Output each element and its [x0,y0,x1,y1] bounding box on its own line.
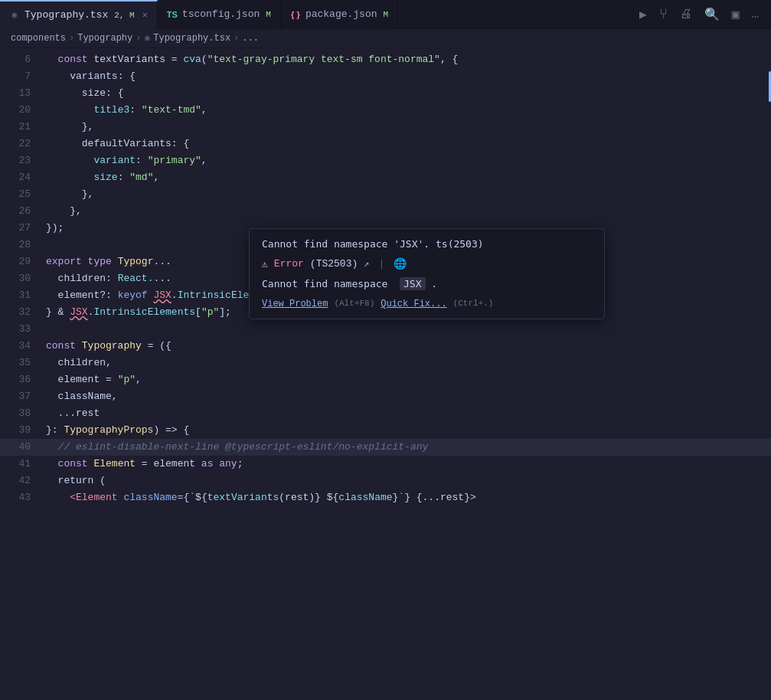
search-button[interactable]: 🔍 [701,5,723,24]
code-line: 43 <Element className={`${textVariants(r… [0,489,771,506]
code-line: 35 children, [0,355,771,371]
panel-button[interactable]: ▣ [729,5,743,24]
code-line: 36 element = "p", [0,371,771,388]
tab-badge: M [266,10,271,19]
tab-bar: ⚛ Typography.tsx 2, M ✕ TS tsconfig.json… [0,0,771,29]
code-line: 41 const Element = element as any; [0,456,771,473]
ts-icon: TS [167,9,178,20]
code-line: 24 size: "md", [0,169,771,186]
quick-fix-button[interactable]: Quick Fix... [381,299,446,309]
code-line: 26 }, [0,203,771,220]
tooltip-error-row: ⚠ Error (TS2503) ↗ | 🌐 [262,257,592,270]
tooltip-highlight: JSX [400,277,425,290]
view-problem-shortcut: (Alt+F8) [334,299,374,309]
run-button[interactable]: ▶ [636,5,650,24]
tooltip-message: Cannot find namespace JSX . [262,278,592,289]
react-icon: ⚛ [9,10,20,21]
tab-badge: M [384,10,389,19]
tab-label: package.json [305,8,377,20]
error-tooltip: Cannot find namespace 'JSX'. ts(2503) ⚠ … [249,228,605,319]
code-line: 25 }, [0,186,771,203]
error-code: (TS2503) [310,258,358,270]
code-line: 33 [0,321,771,338]
code-line: 42 return ( [0,473,771,489]
tab-label: Typography.tsx [25,9,108,21]
branch-button[interactable]: ⑂ [656,5,671,24]
open-link-icon[interactable]: ↗ [364,258,369,270]
code-line: 34 const Typography = ({ [0,338,771,355]
view-problem-button[interactable]: View Problem [262,299,328,309]
tooltip-title: Cannot find namespace 'JSX'. ts(2503) [262,238,592,250]
editor: 6 const textVariants = cva("text-gray-pr… [0,48,771,700]
close-icon[interactable]: ✕ [142,9,148,21]
code-line: 23 variant: "primary", [0,152,771,169]
error-label: Error [274,258,304,270]
tab-label: tsconfig.json [182,8,260,20]
tab-package[interactable]: { } package.json M [281,0,398,29]
code-line: 38 ...rest [0,405,771,422]
code-line: 39 }: TypographyProps) => { [0,422,771,439]
toolbar-actions: ▶ ⑂ 🖨 🔍 ▣ … [627,5,771,24]
breadcrumb-components[interactable]: components [11,33,66,44]
tooltip-actions: View Problem (Alt+F8) Quick Fix... (Ctrl… [262,299,592,309]
tab-badge: 2, M [114,11,134,20]
code-line: 22 defaultVariants: { [0,136,771,152]
code-line-highlighted: 40 // eslint-disable-next-line @typescri… [0,439,771,456]
breadcrumb-more: ... [242,33,259,44]
code-line: 21 }, [0,119,771,136]
tab-typography[interactable]: ⚛ Typography.tsx 2, M ✕ [0,0,158,29]
warning-icon: ⚠ [262,258,268,270]
print-button[interactable]: 🖨 [677,5,695,23]
breadcrumb-typography-folder[interactable]: Typography [77,33,132,44]
breadcrumb-file[interactable]: Typography.tsx [153,33,230,44]
code-line: 7 variants: { [0,68,771,85]
code-area[interactable]: 6 const textVariants = cva("text-gray-pr… [0,48,771,700]
code-line: 20 title3: "text-tmd", [0,102,771,119]
breadcrumb-file-icon: ⚛ [144,32,150,44]
breadcrumb: components › Typography › ⚛ Typography.t… [0,29,771,48]
code-line: 6 const textVariants = cva("text-gray-pr… [0,51,771,68]
json-icon: { } [290,9,301,20]
code-line: 37 className, [0,388,771,405]
tab-tsconfig[interactable]: TS tsconfig.json M [158,0,281,29]
more-button[interactable]: … [748,6,762,23]
code-line: 13 size: { [0,85,771,102]
globe-icon[interactable]: 🌐 [394,257,407,270]
quick-fix-shortcut: (Ctrl+.) [453,299,494,309]
